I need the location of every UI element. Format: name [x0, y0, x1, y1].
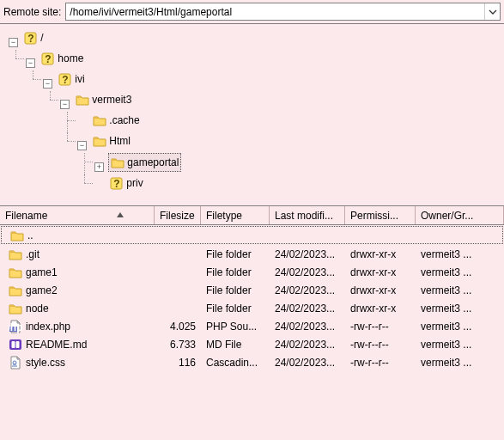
- tree-item-html[interactable]: Html: [91, 132, 132, 150]
- folder-icon: [76, 93, 89, 107]
- cell-permissions: drwxr-xr-x: [345, 284, 416, 296]
- file-name: game1: [26, 266, 58, 278]
- cell-name: README.md: [3, 338, 155, 351]
- cell-name: index.php: [3, 320, 155, 333]
- directory-tree[interactable]: − / − home −: [0, 24, 504, 206]
- path-text[interactable]: /home/ivi/vermeit3/Html/gameportal: [66, 4, 484, 20]
- remote-site-bar: Remote site: /home/ivi/vermeit3/Html/gam…: [0, 0, 504, 24]
- path-combo[interactable]: /home/ivi/vermeit3/Html/gameportal: [65, 3, 501, 21]
- cell-modified: 24/02/2023...: [270, 266, 345, 278]
- cell-modified: 24/02/2023...: [270, 357, 345, 369]
- cell-owner: vermeit3 ...: [416, 248, 504, 260]
- cell-permissions: drwxr-xr-x: [345, 266, 416, 278]
- file-name: game2: [26, 284, 58, 296]
- folder-icon: [93, 134, 106, 148]
- tree-item-priv[interactable]: priv: [108, 174, 144, 192]
- folder-icon: [9, 248, 22, 261]
- cell-modified: 24/02/2023...: [270, 284, 345, 296]
- tree-item-gameportal[interactable]: gameportal: [108, 153, 181, 172]
- header-modified[interactable]: Last modifi...: [270, 206, 345, 224]
- cell-name: .git: [3, 248, 155, 261]
- file-name: ..: [27, 229, 33, 241]
- file-row[interactable]: game2File folder24/02/2023...drwxr-xr-xv…: [0, 281, 504, 299]
- folder-icon: [10, 229, 24, 242]
- cell-permissions: drwxr-xr-x: [345, 248, 416, 260]
- cell-permissions: -rw-r--r--: [345, 321, 416, 333]
- php-icon: [9, 320, 22, 333]
- css-icon: [9, 356, 22, 370]
- header-owner[interactable]: Owner/Gr...: [416, 206, 504, 224]
- cell-owner: vermeit3 ...: [416, 302, 504, 315]
- expander-minus[interactable]: −: [77, 141, 87, 150]
- cell-owner: vermeit3 ...: [416, 339, 504, 351]
- tree-label: ivi: [75, 70, 84, 88]
- folder-icon: [9, 284, 22, 297]
- unknown-icon: [24, 31, 38, 45]
- header-filename[interactable]: Filename: [0, 206, 155, 224]
- file-list[interactable]: ...gitFile folder24/02/2023...drwxr-xr-x…: [0, 226, 504, 371]
- header-permissions[interactable]: Permissi...: [345, 206, 416, 224]
- tree-item-home[interactable]: home: [39, 50, 85, 67]
- tree-label: home: [58, 50, 83, 67]
- file-row[interactable]: index.php4.025PHP Sou...24/02/2023...-rw…: [0, 317, 504, 335]
- tree-item-ivi[interactable]: ivi: [57, 70, 86, 88]
- chevron-down-icon: [489, 8, 497, 16]
- tree-item-root[interactable]: /: [22, 29, 45, 46]
- file-list-headers: Filename Filesize Filetype Last modifi..…: [0, 206, 504, 225]
- file-row[interactable]: nodeFile folder24/02/2023...drwxr-xr-xve…: [0, 299, 504, 317]
- header-filesize[interactable]: Filesize: [155, 206, 201, 224]
- tree-label: Html: [109, 132, 131, 150]
- md-icon: [9, 338, 22, 351]
- cell-owner: vermeit3 ...: [416, 266, 504, 278]
- file-row[interactable]: README.md6.733MD File24/02/2023...-rw-r-…: [0, 335, 504, 353]
- cell-size: 116: [155, 357, 201, 369]
- cell-type: File folder: [201, 266, 270, 278]
- tree-item-vermeit3[interactable]: vermeit3: [74, 91, 133, 108]
- file-row[interactable]: game1File folder24/02/2023...drwxr-xr-xv…: [0, 263, 504, 281]
- file-name: style.css: [26, 357, 65, 369]
- unknown-icon: [110, 176, 124, 190]
- expander-minus[interactable]: −: [43, 79, 52, 89]
- expander-minus[interactable]: −: [60, 100, 70, 109]
- cell-type: File folder: [201, 284, 270, 296]
- cell-modified: 24/02/2023...: [270, 321, 345, 333]
- unknown-icon: [41, 52, 55, 65]
- expander-minus[interactable]: −: [9, 38, 18, 47]
- cell-modified: 24/02/2023...: [270, 339, 345, 351]
- tree-item-cache[interactable]: .cache: [91, 112, 141, 129]
- tree-label: priv: [126, 174, 143, 192]
- tree-label: vermeit3: [92, 91, 131, 108]
- tree-label: .cache: [109, 112, 139, 129]
- cell-owner: vermeit3 ...: [416, 357, 504, 369]
- cell-name: game2: [3, 284, 155, 297]
- cell-name: game1: [3, 266, 155, 279]
- tree-label: gameportal: [127, 154, 179, 171]
- cell-permissions: -rw-r--r--: [345, 357, 416, 369]
- header-filetype[interactable]: Filetype: [201, 206, 270, 224]
- file-row-parent[interactable]: ..: [1, 226, 503, 244]
- expander-minus[interactable]: −: [26, 58, 35, 68]
- cell-owner: vermeit3 ...: [416, 284, 504, 296]
- cell-type: Cascadin...: [201, 357, 270, 369]
- folder-icon: [9, 302, 22, 315]
- cell-permissions: drwxr-xr-x: [345, 302, 416, 315]
- expander-plus[interactable]: +: [94, 162, 104, 172]
- tree-label: /: [40, 29, 43, 46]
- cell-name: style.css: [3, 356, 155, 370]
- cell-type: File folder: [201, 248, 270, 260]
- path-dropdown-button[interactable]: [484, 3, 500, 20]
- folder-icon: [111, 156, 124, 169]
- cell-type: PHP Sou...: [201, 321, 270, 333]
- remote-site-label: Remote site:: [3, 6, 61, 18]
- unknown-icon: [58, 72, 72, 86]
- file-name: index.php: [26, 321, 70, 333]
- cell-name: node: [3, 302, 155, 315]
- folder-icon: [9, 266, 22, 279]
- cell-type: MD File: [201, 339, 270, 351]
- cell-permissions: -rw-r--r--: [345, 339, 416, 351]
- file-row[interactable]: style.css116Cascadin...24/02/2023...-rw-…: [0, 353, 504, 371]
- file-row[interactable]: .gitFile folder24/02/2023...drwxr-xr-xve…: [0, 245, 504, 263]
- file-name: node: [26, 302, 49, 315]
- cell-owner: vermeit3 ...: [416, 321, 504, 333]
- cell-modified: 24/02/2023...: [270, 302, 345, 315]
